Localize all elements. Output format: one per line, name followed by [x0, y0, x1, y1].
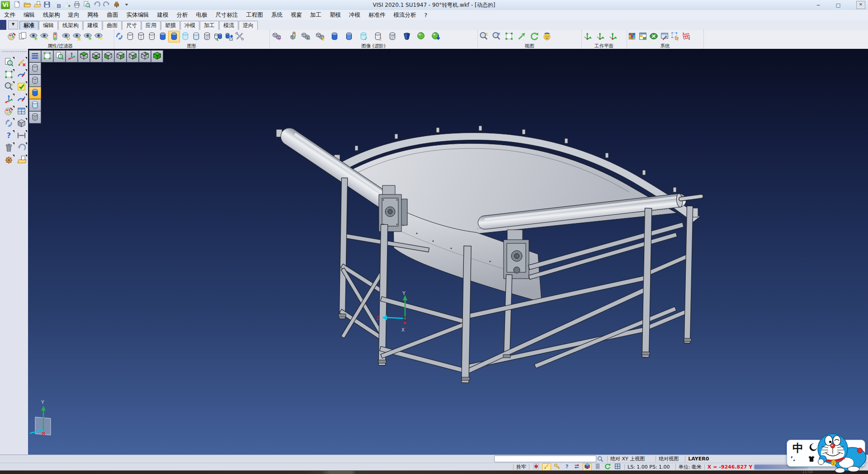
status-button[interactable]: ?	[563, 464, 571, 471]
menu-item-10[interactable]: 尺寸标注	[212, 10, 242, 20]
ime-language-indicator[interactable]: 中	[793, 441, 803, 455]
view-button[interactable]	[127, 50, 139, 62]
ribbon-button[interactable]	[385, 31, 400, 42]
ribbon-button[interactable]	[681, 31, 692, 42]
panel-button[interactable]	[15, 81, 27, 93]
ribbon-button[interactable]	[223, 31, 234, 42]
status-button[interactable]	[583, 463, 592, 471]
ribbon-button[interactable]: ±	[477, 31, 490, 42]
ribbon-button[interactable]: —	[93, 31, 104, 42]
title-bar[interactable]: Vi d="M3 7 L9 7 L11 9 L21 9 L21 19 L3 19…	[0, 0, 868, 10]
panel-button[interactable]	[15, 118, 27, 130]
ribbon-button[interactable]	[157, 31, 168, 42]
view-mode-label[interactable]: 绝对 XY 上视图	[610, 455, 645, 462]
status-button[interactable]	[553, 464, 561, 471]
menu-item-19[interactable]: ?	[420, 11, 432, 19]
tab-尺寸[interactable]: 尺寸	[122, 21, 141, 30]
panel-button[interactable]: ±	[3, 81, 14, 93]
ribbon-button[interactable]	[429, 31, 443, 42]
ime-punctuation-toggle[interactable]: ’。	[791, 455, 799, 463]
panel-button[interactable]	[3, 142, 14, 154]
panel-button[interactable]	[3, 118, 14, 130]
quickbar-button[interactable]	[112, 0, 121, 9]
ribbon-button[interactable]	[168, 31, 180, 43]
ribbon-button[interactable]	[125, 31, 136, 42]
status-button[interactable]	[594, 464, 602, 471]
ribbon-button[interactable]: −	[39, 31, 50, 42]
ribbon-button[interactable]	[659, 31, 670, 42]
quickbar-button[interactable]: x="4" y="4" width="16" height="16" rx="1…	[62, 0, 71, 9]
status-button[interactable]	[573, 464, 581, 471]
ribbon-button[interactable]	[327, 31, 342, 42]
panel-button[interactable]	[15, 130, 27, 142]
quickbar-button[interactable]	[42, 0, 52, 9]
view-button[interactable]	[66, 50, 78, 62]
document-close-icon[interactable]: ✕	[856, 1, 865, 9]
view-button[interactable]	[151, 50, 163, 62]
panel-button[interactable]	[3, 69, 14, 81]
quickbar-button[interactable]: d="M3 7 L9 7 L11 9 L21 9 L21 19 L3 19 Z"…	[33, 0, 42, 9]
tab-dropdown-icon[interactable]: ▼	[8, 20, 18, 29]
quickbar-button[interactable]	[23, 0, 32, 9]
panel-grip-handle[interactable]	[2, 51, 26, 52]
panel-button[interactable]	[15, 57, 27, 69]
tab-冲模[interactable]: 冲模	[180, 21, 199, 30]
menu-item-11[interactable]: 工程图	[242, 10, 268, 20]
ribbon-button[interactable]	[400, 31, 414, 42]
view-button[interactable]	[53, 50, 66, 62]
panel-button[interactable]: d="M3 7 L9 7 L11 9 L21 9 L21 19 L3 19 Z"…	[15, 155, 27, 166]
quickbar-button[interactable]	[92, 0, 101, 9]
panel-button[interactable]	[15, 106, 27, 118]
panel-button[interactable]	[3, 57, 14, 69]
ribbon-button[interactable]	[648, 31, 659, 42]
ribbon-button[interactable]	[541, 31, 553, 42]
panel-button[interactable]	[3, 155, 14, 166]
ribbon-button[interactable]: +	[28, 31, 39, 42]
ribbon-button[interactable]	[581, 31, 594, 42]
quickbar-button[interactable]	[82, 0, 91, 9]
menu-item-3[interactable]: 逆向	[64, 10, 84, 20]
status-search-input[interactable]	[494, 455, 596, 462]
tab-建模[interactable]: 建模	[83, 21, 102, 30]
tab-应用[interactable]: 应用	[142, 21, 160, 30]
ribbon-button[interactable]	[146, 31, 157, 42]
view-button[interactable]	[29, 111, 41, 123]
ribbon-button[interactable]	[607, 31, 619, 42]
view-button[interactable]	[29, 99, 41, 111]
status-button[interactable]	[604, 464, 612, 471]
ribbon-button[interactable]	[515, 31, 528, 42]
ribbon-button[interactable]	[342, 31, 356, 42]
tab-编辑[interactable]: 编辑	[39, 21, 58, 30]
ribbon-button[interactable]	[17, 31, 28, 42]
ribbon-button[interactable]: ±	[71, 31, 82, 42]
view-button[interactable]	[78, 50, 90, 62]
ribbon-button[interactable]: ↻	[298, 31, 313, 42]
panel-button[interactable]	[3, 94, 14, 105]
ribbon-button[interactable]: ✓	[356, 31, 371, 42]
view-button[interactable]	[102, 50, 114, 62]
viewport-3d[interactable]: Y Z X Y	[28, 49, 868, 455]
ribbon-button[interactable]: ↻	[61, 31, 71, 42]
menu-item-17[interactable]: 标准件	[364, 10, 390, 20]
ribbon-button[interactable]	[594, 31, 607, 42]
tab-曲面[interactable]: 曲面	[103, 21, 122, 30]
quickbar-dropdown[interactable]	[122, 0, 131, 9]
tab-模流[interactable]: 模流	[219, 21, 238, 30]
view-button[interactable]	[29, 50, 41, 62]
lock-toggle[interactable]: 拴牢	[516, 464, 526, 470]
ribbon-button[interactable]	[234, 31, 245, 42]
panel-button[interactable]	[15, 69, 27, 81]
tab-线架构[interactable]: 线架构	[58, 21, 83, 30]
panel-button[interactable]	[15, 94, 27, 105]
view-button[interactable]	[139, 50, 151, 62]
status-button[interactable]	[613, 464, 622, 471]
ribbon-button[interactable]	[414, 31, 429, 42]
ribbon-button[interactable]	[528, 31, 541, 42]
ribbon-button[interactable]	[6, 31, 17, 42]
tab-塑膜[interactable]: 塑膜	[161, 21, 180, 30]
tab-逆向[interactable]: 逆向	[239, 21, 258, 30]
absolute-view-label[interactable]: 绝对视图	[659, 455, 679, 462]
menu-item-18[interactable]: 模流分析	[390, 10, 420, 20]
quickbar-button[interactable]	[102, 0, 111, 9]
menu-item-8[interactable]: 分析	[173, 10, 192, 20]
